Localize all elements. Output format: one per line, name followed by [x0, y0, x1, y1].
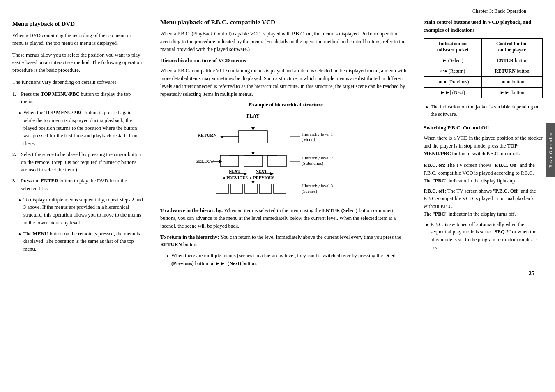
basic-operation-tab: Basic Operation: [546, 123, 555, 177]
enter-select-bold: ENTER (Select): [322, 208, 358, 213]
level2-box1: [220, 155, 239, 167]
chapter-header: Chapter 3: Basic Operation: [12, 8, 543, 14]
level3-box2: [230, 184, 243, 193]
steps-2-ref: 2: [132, 197, 134, 203]
left-section-title: Menu playback of DVD: [12, 21, 144, 28]
control-2: RETURN button: [481, 66, 542, 76]
step-1-text: Press the TOP MENU/PBC button to display…: [21, 90, 144, 106]
control-3: |◄◄ button: [481, 76, 542, 87]
to-advance-label: To advance in the hierarchy:: [160, 208, 223, 213]
table-row-4: ►►| (Next) ►►| button: [424, 87, 543, 98]
step-3-bullet-2-text: The MENU button on the remote is pressed…: [23, 230, 144, 253]
col-header-control: Control buttonon the player: [481, 38, 542, 55]
step-1-bullets: When the TOP MENU/PBC button is pressed …: [12, 109, 144, 148]
return-arrowhead: [220, 135, 223, 138]
level1-box: [239, 131, 267, 143]
middle-section-title: Menu playback of P.B.C.-compatible VCD: [160, 18, 411, 26]
control-table: Indication onsoftware jacket Control but…: [424, 38, 543, 98]
pbc-indicator-off: PBC: [435, 211, 445, 217]
pbc-on-bold1: P.B.C. On: [495, 162, 516, 168]
play-label: PLAY: [246, 113, 260, 119]
step-3: 3. Press the ENTER button to play the DV…: [12, 177, 144, 193]
step-1-bullet-1-text: When the TOP MENU/PBC button is pressed …: [23, 109, 144, 148]
col-header-indication: Indication onsoftware jacket: [424, 38, 482, 55]
indication-2: ↩● (Return): [424, 66, 482, 76]
l2-down-arrowhead: [251, 181, 255, 184]
indication-3: |◄◄ (Previous): [424, 76, 482, 87]
step-2-num: 2.: [12, 151, 18, 174]
to-return-label: To return in the hierarchy:: [160, 234, 219, 240]
middle-column: Menu playback of P.B.C.-compatible VCD W…: [152, 18, 419, 271]
pbc-off-label: P.B.C. off:: [424, 188, 446, 194]
return-label: RETURN: [197, 133, 216, 138]
ref-box-26: 26: [431, 244, 438, 252]
enter-bold-left: ENTER: [41, 178, 58, 184]
page-number: 25: [529, 270, 534, 277]
middle-para1: When a P.B.C. (PlayBack Control) capable…: [160, 30, 411, 53]
return-bold: RETURN: [160, 242, 182, 247]
return-button-label: RETURN: [495, 68, 516, 74]
right-main-title: Main control buttons used in VCD playbac…: [424, 18, 543, 34]
h2-label1: Hierarchy level 2: [302, 155, 333, 160]
left-para2: These menus allow you to select the posi…: [12, 51, 144, 74]
step-2: 2. Select the scene to be played by pres…: [12, 151, 144, 174]
step-3-bullet-2: The MENU button on the remote is pressed…: [18, 230, 144, 253]
indication-4: ►►| (Next): [424, 87, 482, 98]
left-column: Menu playback of DVD When a DVD containi…: [12, 18, 152, 271]
middle-bullet-1-text: When there are multiple menus (scenes) i…: [171, 252, 411, 267]
chapter-header-text: Chapter 3: Basic Operation: [472, 8, 526, 14]
pbc-on-label: P.B.C. on:: [424, 162, 446, 168]
table-note-text: The indication on the jacket is variable…: [431, 103, 543, 119]
middle-bullets: When there are multiple menus (scenes) i…: [160, 252, 411, 267]
next-arrow1: [244, 172, 247, 175]
level3-box4: [259, 184, 272, 193]
step-3-bullet-1: To display multiple menus sequentially, …: [18, 196, 144, 227]
step-1: 1. Press the TOP MENU/PBC button to disp…: [12, 90, 144, 106]
step-1-bullet-1: When the TOP MENU/PBC button is pressed …: [18, 109, 144, 148]
seq2-bold: SEQ.2: [495, 229, 509, 235]
to-advance-para: To advance in the hierarchy: When an ite…: [160, 207, 411, 230]
next-label2: NEXT: [256, 169, 267, 173]
left-para1: When a DVD containing the recording of t…: [12, 32, 144, 47]
step-3-bullet-1-text: To display multiple menus sequentially, …: [23, 196, 144, 227]
next-bold: (Next): [228, 261, 241, 266]
pbc-bullet-1: P.B.C. is switched off automatically whe…: [426, 221, 543, 252]
level3-box3: [245, 184, 257, 193]
level2-box3: [268, 155, 286, 167]
middle-subsection1-para: When a P.B.C.-compatible VCD containing …: [160, 67, 411, 98]
select-label: SELECT: [196, 159, 214, 164]
level2-box2: [244, 155, 263, 167]
l1-down-arrowhead: [251, 152, 255, 155]
level3-box1: [216, 184, 228, 193]
prev-label2: ◄ PREVIOUS: [248, 175, 274, 180]
control-table-header-row: Indication onsoftware jacket Control but…: [424, 38, 543, 55]
top-menu-pbc-bold-2: TOP MENU/PBC: [44, 110, 83, 115]
next-label1: NEXT: [229, 169, 240, 173]
enter-button-label: ENTER: [497, 58, 514, 63]
h1-label2: (Menu): [302, 137, 315, 142]
hierarchical-structure-title: Hierarchical structure of VCD menus: [160, 57, 411, 64]
left-steps-list: 1. Press the TOP MENU/PBC button to disp…: [12, 90, 144, 253]
pbc-off-para: P.B.C. off: The TV screen shows "P.B.C. …: [424, 187, 543, 218]
diagram-svg: PLAY RETURN: [196, 110, 376, 201]
left-para3: The functions vary depending on certain …: [12, 78, 144, 86]
switching-para: When there is a VCD in the played positi…: [424, 134, 543, 157]
select-arrowhead: [219, 160, 222, 163]
control-4: ►►| button: [481, 87, 542, 98]
hierarchy-diagram: Example of hierarchical structure PLAY R…: [160, 102, 411, 201]
table-row-3: |◄◄ (Previous) |◄◄ button: [424, 76, 543, 87]
step-3-text: Press the ENTER button to play the DVD f…: [21, 177, 144, 193]
step-3-num: 3.: [12, 177, 18, 193]
pbc-indicator-on: PBC: [435, 178, 445, 184]
next-arrow2: [270, 172, 274, 175]
step-3-bullets: To display multiple menus sequentially, …: [12, 196, 144, 253]
pbc-bullet-list: P.B.C. is switched off automatically whe…: [424, 221, 543, 252]
step-1-num: 1.: [12, 90, 18, 106]
prev-label1: ◄ PREVIOUS: [221, 175, 248, 180]
level3-box5: [274, 184, 286, 193]
top-menu-pbc-bold-1: TOP MENU/PBC: [41, 91, 80, 97]
control-table-header: Indication onsoftware jacket Control but…: [424, 38, 543, 55]
pbc-bullet-text: P.B.C. is switched off automatically whe…: [431, 221, 543, 252]
to-return-para: To return in the hierarchy: You can retu…: [160, 233, 411, 249]
table-row-2: ↩● (Return) RETURN button: [424, 66, 543, 76]
